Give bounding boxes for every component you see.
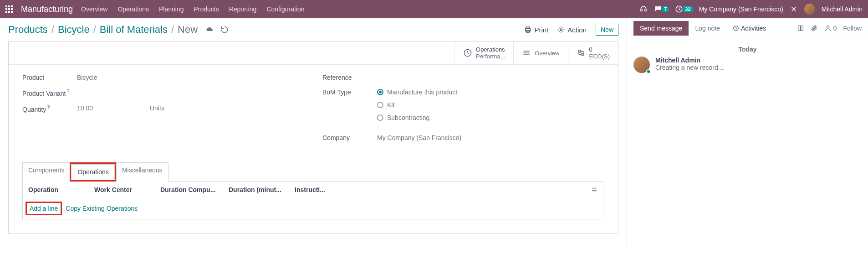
svg-point-11 — [827, 26, 829, 28]
discard-icon[interactable] — [220, 26, 229, 34]
topbar-right: 7 32 My Company (San Francisco) Mitchell… — [639, 4, 863, 15]
new-button[interactable]: New — [596, 24, 618, 36]
action-button[interactable]: Action — [557, 26, 587, 34]
tools-icon[interactable] — [790, 5, 798, 13]
crumb-products[interactable]: Products — [8, 24, 48, 36]
breadcrumb-row: Products / Bicycle / Bill of Materials /… — [0, 18, 627, 41]
attachment-icon[interactable] — [811, 25, 818, 32]
stat-overview[interactable]: Overview — [513, 42, 567, 64]
menu-reporting[interactable]: Reporting — [229, 5, 257, 13]
print-button[interactable]: Print — [524, 26, 548, 34]
columns-icon[interactable] — [591, 186, 597, 192]
menu-products[interactable]: Products — [194, 5, 219, 13]
chat-badge: 7 — [662, 6, 669, 12]
label-reference: Reference — [322, 74, 377, 81]
th-duration-comp[interactable]: Duration Compu... — [160, 186, 229, 193]
menu-overview[interactable]: Overview — [81, 5, 107, 13]
svg-rect-1 — [645, 9, 646, 11]
th-duration-min[interactable]: Duration (minut... — [229, 186, 295, 193]
top-menu: Overview Operations Planning Products Re… — [81, 5, 305, 13]
value-product[interactable]: Bicycle — [77, 74, 97, 81]
svg-point-8 — [578, 50, 581, 52]
value-unit[interactable]: Units — [150, 104, 164, 112]
tab-content: Operation Work Center Duration Compu... … — [22, 181, 604, 219]
top-navbar: Manufacturing Overview Operations Planni… — [0, 0, 868, 18]
menu-configuration[interactable]: Configuration — [266, 5, 304, 13]
menu-planning[interactable]: Planning — [159, 5, 184, 13]
tabs: Components Operations Miscellaneous — [22, 162, 604, 182]
clock-icon[interactable]: 32 — [675, 5, 692, 13]
clock-badge: 32 — [683, 6, 692, 12]
label-product: Product — [22, 74, 77, 81]
th-instructions[interactable]: Instructi... — [295, 186, 349, 193]
msg-avatar[interactable] — [633, 57, 650, 73]
company-name[interactable]: My Company (San Francisco) — [699, 5, 783, 13]
table-actions-row: Add a line Copy Existing Operations — [23, 198, 604, 219]
crumb-bom[interactable]: Bill of Materials — [100, 24, 168, 36]
radio-kit[interactable]: Kit — [377, 101, 457, 109]
phone-icon[interactable] — [639, 5, 648, 13]
copy-ops-link[interactable]: Copy Existing Operations — [66, 205, 138, 212]
th-operation[interactable]: Operation — [28, 186, 94, 193]
crumb-bicycle[interactable]: Bicycle — [58, 24, 90, 36]
book-icon[interactable] — [797, 25, 804, 32]
form-box: OperationsPerforma... Overview 0ECO(S) P… — [8, 41, 618, 234]
tab-miscellaneous[interactable]: Miscellaneous — [116, 162, 168, 182]
activities-button[interactable]: Activities — [726, 21, 772, 36]
value-company[interactable]: My Company (San Francisco) — [377, 134, 461, 141]
chatter: Send message Log note Activities 0 Follo… — [627, 18, 868, 246]
radio-manufacture[interactable]: Manufacture this product — [377, 88, 457, 96]
th-workcenter[interactable]: Work Center — [94, 186, 160, 193]
label-variant: Product Variant? — [22, 88, 77, 97]
app-title[interactable]: Manufacturing — [21, 5, 73, 14]
svg-point-6 — [560, 29, 562, 31]
breadcrumbs: Products / Bicycle / Bill of Materials /… — [8, 24, 520, 36]
crumb-current: New — [178, 24, 198, 36]
send-message-button[interactable]: Send message — [633, 21, 689, 36]
svg-point-9 — [581, 53, 583, 56]
msg-author: Mitchell Admin — [655, 57, 723, 64]
stat-operations[interactable]: OperationsPerforma... — [454, 42, 513, 64]
log-note-button[interactable]: Log note — [689, 21, 726, 36]
chat-icon[interactable]: 7 — [654, 5, 669, 13]
label-company: Company — [322, 134, 377, 141]
followers-icon[interactable]: 0 — [824, 25, 837, 32]
radio-subcontracting[interactable]: Subcontracting — [377, 114, 457, 121]
cloud-icon[interactable] — [206, 26, 214, 34]
menu-operations[interactable]: Operations — [117, 5, 148, 13]
msg-content: Creating a new record... — [655, 64, 723, 71]
message: Mitchell Admin Creating a new record... — [627, 57, 868, 79]
label-quantity: Quantity? — [22, 104, 77, 113]
tab-operations[interactable]: Operations — [71, 164, 114, 180]
user-name[interactable]: Mitchell Admin — [822, 5, 863, 13]
table-header: Operation Work Center Duration Compu... … — [23, 182, 604, 198]
value-quantity[interactable]: 10.00 — [77, 104, 150, 112]
user-avatar[interactable] — [804, 4, 815, 15]
tab-components[interactable]: Components — [22, 162, 70, 182]
stat-eco[interactable]: 0ECO(S) — [568, 42, 618, 64]
add-line-link[interactable]: Add a line — [30, 205, 58, 212]
label-bom: BoM Type — [322, 88, 377, 96]
today-label: Today — [627, 38, 868, 57]
apps-icon[interactable] — [5, 5, 13, 13]
follow-button[interactable]: Follow — [843, 25, 862, 32]
svg-rect-0 — [641, 9, 642, 11]
stat-row: OperationsPerforma... Overview 0ECO(S) — [9, 42, 618, 65]
